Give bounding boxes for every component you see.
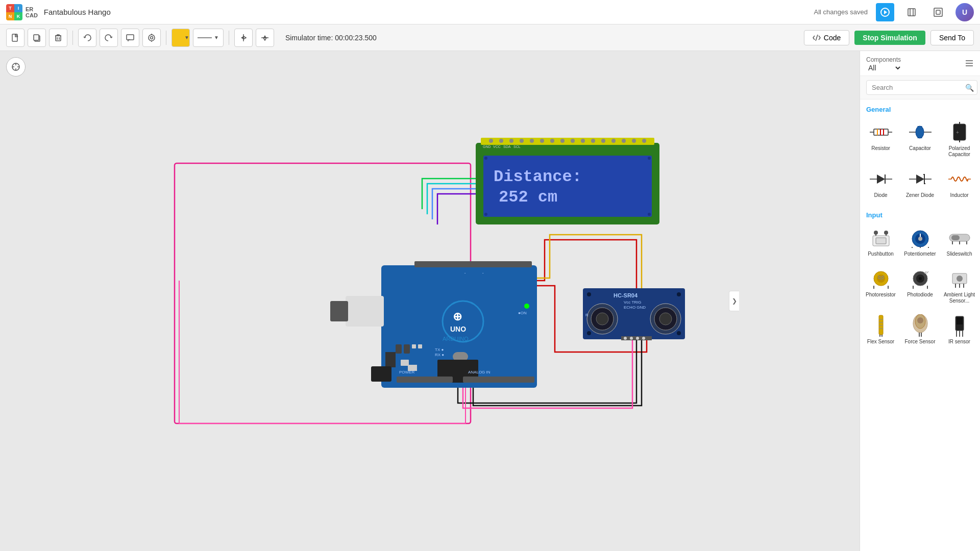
input-section-label: Input: [862, 209, 978, 223]
svg-rect-74: [385, 352, 396, 367]
component-flex-sensor[interactable]: Flex Sensor: [862, 311, 899, 349]
panel-expand-button[interactable]: ❯: [729, 291, 739, 311]
flex-sensor-icon: [869, 315, 893, 336]
component-photodiode[interactable]: Photodiode: [901, 264, 939, 309]
svg-text:GND: GND: [483, 145, 491, 148]
svg-point-48: [642, 139, 646, 143]
svg-rect-84: [396, 344, 402, 354]
potentiometer-icon: [908, 228, 933, 248]
pcb-icon-button[interactable]: [929, 3, 947, 21]
component-polarized-capacitor[interactable]: + Polarized Capacitor: [941, 117, 978, 162]
search-input[interactable]: [866, 80, 977, 95]
svg-text:●ON: ●ON: [518, 311, 527, 315]
lcd-display[interactable]: GND VCC SDA SCL Distance: 252 cm: [476, 138, 659, 224]
schematic-icon-button[interactable]: [902, 3, 921, 21]
component-force-sensor[interactable]: Force Sensor: [901, 311, 939, 349]
component-pushbutton[interactable]: Pushbutton: [862, 223, 899, 262]
topbar-right-controls: All changes saved U: [814, 3, 974, 21]
svg-point-36: [520, 139, 524, 143]
component-diode[interactable]: Diode: [862, 164, 899, 203]
svg-text:Vcc TRIG: Vcc TRIG: [624, 300, 642, 305]
svg-text:HC-SR04: HC-SR04: [614, 292, 638, 298]
svg-marker-21: [243, 36, 246, 39]
svg-point-68: [524, 304, 529, 309]
code-button[interactable]: Code: [804, 30, 849, 45]
component-capacitor[interactable]: Capacitor: [901, 117, 939, 162]
svg-rect-81: [346, 296, 384, 327]
hc-sr04-sensor[interactable]: HC-SR04 Vcc TRIG ECHO GND: [583, 288, 685, 340]
stop-simulation-button[interactable]: Stop Simulation: [854, 31, 925, 45]
delete-button[interactable]: [49, 29, 67, 47]
svg-point-101: [636, 337, 639, 340]
comment-button[interactable]: [121, 29, 139, 47]
photoresistor-icon: [869, 268, 893, 289]
project-name[interactable]: Fantabulous Hango: [44, 8, 111, 16]
user-avatar[interactable]: U: [955, 3, 974, 21]
svg-point-178: [917, 317, 923, 323]
svg-point-102: [642, 337, 645, 340]
component-resistor[interactable]: Resistor: [862, 117, 899, 162]
component-zener-diode[interactable]: Zener Diode: [901, 164, 939, 203]
component-ambient-light-sensor[interactable]: Ambient Light Sensor...: [941, 264, 978, 309]
component-ir-sensor[interactable]: IR sensor: [941, 311, 978, 349]
svg-line-25: [816, 35, 818, 41]
svg-text:+: +: [956, 130, 959, 135]
send-to-button[interactable]: Send To: [930, 30, 974, 45]
svg-point-39: [550, 139, 554, 143]
svg-rect-169: [879, 315, 883, 335]
line-style-button[interactable]: ▼: [193, 29, 224, 47]
undo-button[interactable]: [78, 29, 96, 47]
svg-point-105: [587, 331, 591, 335]
svg-rect-14: [127, 35, 134, 40]
potentiometer-label: Potentiometer: [904, 251, 936, 257]
new-button[interactable]: [6, 29, 24, 47]
simulator-icon-button[interactable]: [876, 3, 894, 21]
general-components-grid: Resistor Capacitor: [862, 117, 978, 203]
svg-point-103: [587, 292, 591, 296]
svg-text:SDA: SDA: [503, 145, 511, 148]
slideswitch-label: Slideswitch: [946, 251, 972, 257]
components-header-label: Components: [866, 56, 961, 63]
capacitor-label: Capacitor: [909, 145, 931, 152]
mirror-h-button[interactable]: [234, 29, 253, 47]
arduino-uno[interactable]: DIGITAL (PWM ~) ⊕ UNO ARDUINO ●ON TX ● R…: [330, 261, 537, 388]
svg-marker-127: [877, 174, 885, 184]
svg-rect-82: [330, 301, 348, 321]
mirror-v-button[interactable]: [256, 29, 274, 47]
component-photoresistor[interactable]: Photoresistor: [862, 264, 899, 309]
zener-diode-icon: [908, 169, 933, 189]
search-bar: 🔍: [860, 76, 980, 99]
copy-button[interactable]: [28, 29, 46, 47]
diode-icon: [869, 169, 893, 189]
navigation-button[interactable]: [6, 57, 26, 77]
svg-line-161: [926, 271, 928, 273]
color-picker-button[interactable]: ▼: [172, 29, 190, 47]
svg-point-35: [509, 139, 513, 143]
svg-text:⊕: ⊕: [453, 310, 462, 323]
search-icon[interactable]: 🔍: [965, 84, 974, 92]
components-filter-row: All General Input Output: [866, 63, 961, 72]
flex-sensor-label: Flex Sensor: [867, 339, 894, 345]
svg-text:POWER: POWER: [399, 370, 414, 374]
component-potentiometer[interactable]: Potentiometer: [901, 223, 939, 262]
component-inductor[interactable]: Inductor: [941, 164, 978, 203]
circuit-canvas-area[interactable]: ❯: [0, 51, 860, 551]
list-view-toggle[interactable]: [965, 59, 974, 70]
svg-rect-11: [56, 36, 61, 41]
redo-button[interactable]: [100, 29, 118, 47]
ambient-light-sensor-icon: [947, 268, 972, 289]
svg-rect-6: [936, 10, 940, 14]
tinkercad-logo[interactable]: T I N K ERCAD: [6, 4, 38, 20]
toolbar-right-controls: Code Stop Simulation Send To: [804, 30, 974, 45]
svg-point-37: [530, 139, 534, 143]
svg-text:SCL: SCL: [513, 145, 521, 148]
components-filter-select[interactable]: All General Input Output: [866, 63, 902, 72]
svg-rect-63: [417, 268, 529, 273]
inspector-button[interactable]: [142, 29, 161, 47]
svg-text:UNO: UNO: [450, 325, 466, 333]
svg-text:VCC: VCC: [493, 145, 501, 148]
logo-k: K: [14, 12, 22, 20]
svg-rect-2: [908, 9, 915, 16]
toolbar-separator-3: [229, 31, 229, 45]
component-slideswitch[interactable]: Slideswitch: [941, 223, 978, 262]
